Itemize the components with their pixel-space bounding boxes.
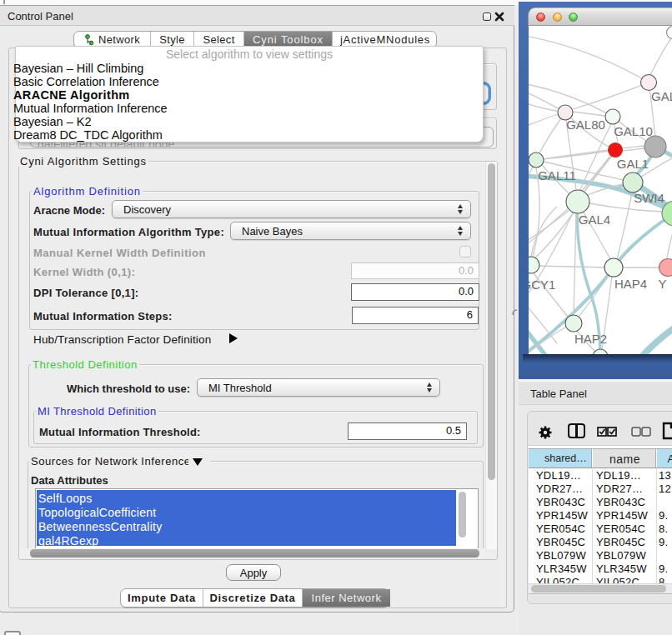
svg-text:HAP2: HAP2	[574, 332, 607, 346]
svg-text:HAP4: HAP4	[614, 277, 647, 291]
svg-text:SWI4: SWI4	[634, 191, 664, 205]
svg-text:GAL11: GAL11	[538, 168, 576, 182]
svg-text:GAL10: GAL10	[614, 124, 653, 138]
svg-text:GAL: GAL	[651, 89, 672, 103]
svg-text:GAL4: GAL4	[579, 212, 610, 227]
svg-text:GAL80: GAL80	[566, 118, 605, 132]
svg-text:GAL1: GAL1	[617, 157, 649, 171]
svg-text:Y: Y	[658, 277, 666, 291]
svg-text:GCY1: GCY1	[529, 278, 555, 292]
